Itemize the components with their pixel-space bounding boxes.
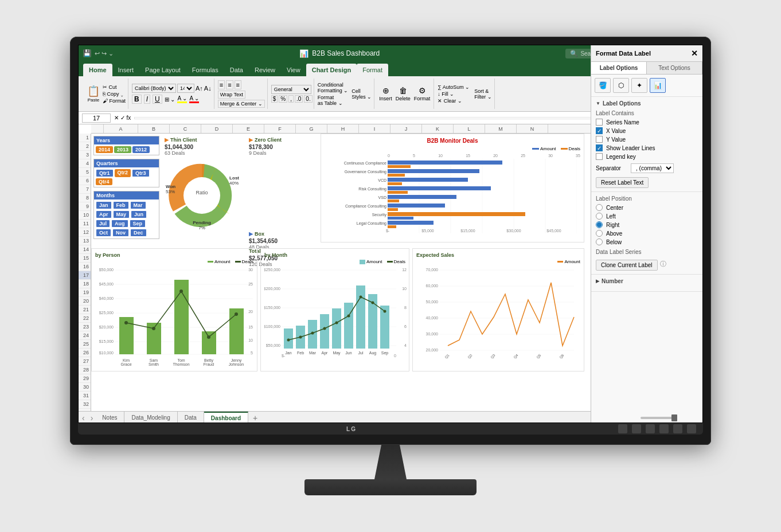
sheet-tab-data[interactable]: Data [178,412,204,423]
cut-btn[interactable]: ✂ Cut [103,84,126,90]
tab-page-layout[interactable]: Page Layout [139,64,186,76]
tab-review[interactable]: Review [249,64,281,76]
wrap-text-btn[interactable]: Wrap Text [218,91,245,99]
month-apr[interactable]: Apr [96,210,112,218]
cell-styles-btn[interactable]: CellStyles ⌄ [352,88,372,100]
fdl-show-leader-checkbox[interactable]: ✓ [596,144,603,151]
currency-btn[interactable]: $ [271,95,278,103]
sort-filter-btn[interactable]: Sort &Filter ⌄ [474,88,492,100]
qtr4[interactable]: Qtr4 [96,178,112,185]
fdl-separator-select[interactable]: , (comma) [631,163,674,173]
tab-home[interactable]: Home [83,64,112,76]
tab-chart-design[interactable]: Chart Design [306,64,357,76]
tab-data[interactable]: Data [224,64,249,76]
format-table-btn[interactable]: Formatas Table ⌄ [318,95,349,106]
by-month-chart[interactable]: by Month Amount Deals $250,000 $200,000 [260,248,409,371]
fdl-above-radio[interactable] [596,230,603,237]
formula-expand-icon[interactable]: ✕ ✓ fx [114,115,131,121]
save-icon[interactable]: 💾 [83,49,91,57]
quarters-filter[interactable]: Quarters Qtr1 Qtr2 Qtr3 Qtr4 [93,159,159,187]
fdl-series-name-checkbox[interactable] [596,119,603,126]
qtr3[interactable]: Qtr3 [132,169,150,177]
monitor-btn-1[interactable] [618,424,627,433]
monitor-btn-3[interactable] [646,424,655,433]
fdl-center-radio[interactable] [596,204,603,211]
month-mar[interactable]: Mar [130,201,146,209]
font-family-select[interactable]: Calibri (Body) [132,84,176,93]
number-format-select[interactable]: General [271,85,311,94]
year-2013[interactable]: 2013 [114,146,131,153]
fdl-fill-icon[interactable]: 🪣 [595,78,611,93]
align-btn2[interactable]: ≡ [226,80,233,89]
fdl-section-title-label-options[interactable]: ▼ Label Options [596,100,698,107]
month-feb[interactable]: Feb [113,201,129,209]
sheet-tab-dashboard[interactable]: Dashboard [204,412,248,423]
monitor-btn-6[interactable] [687,424,696,433]
years-filter[interactable]: Years 2014 2013 2012 [93,136,159,155]
fdl-tab-text-options[interactable]: Text Options [647,62,702,74]
month-jun[interactable]: Jun [131,210,147,218]
fdl-left-radio[interactable] [596,213,603,220]
monitor-btn-4[interactable] [659,424,669,433]
qtr1[interactable]: Qtr1 [96,169,114,177]
fdl-clone-btn[interactable]: Clone Current Label [596,260,658,271]
sheet-tab-data-modeling[interactable]: Data_Modeling [124,412,177,423]
format-cells-btn[interactable]: Format [414,96,431,101]
sheet-tab-notes[interactable]: Notes [95,412,124,423]
font-grow-icon[interactable]: A↑ [196,85,203,92]
fdl-right-radio[interactable] [596,221,603,228]
font-color-btn[interactable]: A ⌄ [189,95,199,103]
expected-sales-chart[interactable]: Expected Sales Amount 70,000 60,000 50,0… [412,248,584,371]
tab-formulas[interactable]: Formulas [186,64,224,76]
tab-insert[interactable]: Insert [112,64,140,76]
fdl-number-title[interactable]: ▶ Number [596,278,698,284]
align-btn1[interactable]: ≡ [218,80,225,89]
qtr2[interactable]: Qtr2 [115,169,131,177]
b2b-monitor-chart[interactable]: B2B Monitor Deals Amount Deals 051015202… [321,134,584,242]
percent-btn[interactable]: % [279,95,287,103]
fdl-reset-btn[interactable]: Reset Label Text [596,177,649,188]
fill-btn[interactable]: ↓ Fill ⌄ [438,91,470,97]
bold-btn[interactable]: B [132,95,142,104]
months-filter[interactable]: Months Jan Feb Mar Apr May Jun Jul [93,191,159,239]
fdl-x-value-checkbox[interactable]: ✓ [596,127,603,134]
paste-btn[interactable]: 📋 Paste [85,84,101,104]
font-size-select[interactable]: 14 [177,84,194,93]
merge-btn[interactable]: Merge & Center ⌄ [218,100,265,108]
border-btn[interactable]: ⊞ ⌄ [165,96,175,103]
conditional-formatting-btn[interactable]: ConditionalFormatting ⌄ [318,82,349,93]
year-2012[interactable]: 2012 [132,146,150,153]
fdl-y-value-checkbox[interactable] [596,136,603,143]
fdl-tab-label-options[interactable]: Label Options [591,62,647,74]
by-person-chart[interactable]: by Person Amount Deals $50,000 $45,000 [91,248,257,371]
cell-ref-box[interactable]: 17 [82,114,111,123]
fdl-border-icon[interactable]: ⬡ [613,78,629,93]
clear-btn[interactable]: ✕ Clear ⌄ [438,98,470,104]
delete-btn[interactable]: Delete [396,96,411,101]
tab-format[interactable]: Format [357,64,388,76]
format-btn[interactable]: 🖌 Format [103,98,126,104]
next-sheet-btn[interactable]: › [88,412,96,423]
month-jan[interactable]: Jan [96,201,112,209]
month-nov[interactable]: Nov [112,229,129,237]
year-2014[interactable]: 2014 [96,146,113,153]
font-shrink-icon[interactable]: A↓ [204,85,212,92]
fdl-close-icon[interactable]: ✕ [691,49,698,58]
monitor-btn-5[interactable] [673,424,682,433]
align-btn3[interactable]: ≡ [235,80,241,89]
autosum-btn[interactable]: ∑ AutoSum ⌄ [438,84,470,90]
tab-view[interactable]: View [281,64,306,76]
monitor-btn-2[interactable] [632,424,641,433]
fdl-effects-icon[interactable]: ✦ [631,78,647,93]
fdl-legend-key-checkbox[interactable] [596,153,603,160]
decimal-dec-btn[interactable]: 0. [304,95,312,103]
fdl-below-radio[interactable] [596,238,603,245]
month-jul[interactable]: Jul [96,220,110,228]
add-sheet-btn[interactable]: + [248,412,262,423]
donut-chart[interactable]: Ratio Won 53% Lost 40% [165,158,239,233]
italic-btn[interactable]: I [144,95,150,104]
comma-btn[interactable]: , [288,95,294,103]
underline-btn[interactable]: U [153,95,162,104]
fill-color-btn[interactable]: A ⌄ [177,95,187,103]
copy-btn[interactable]: ⎘ Copy ⌄ [103,91,126,97]
